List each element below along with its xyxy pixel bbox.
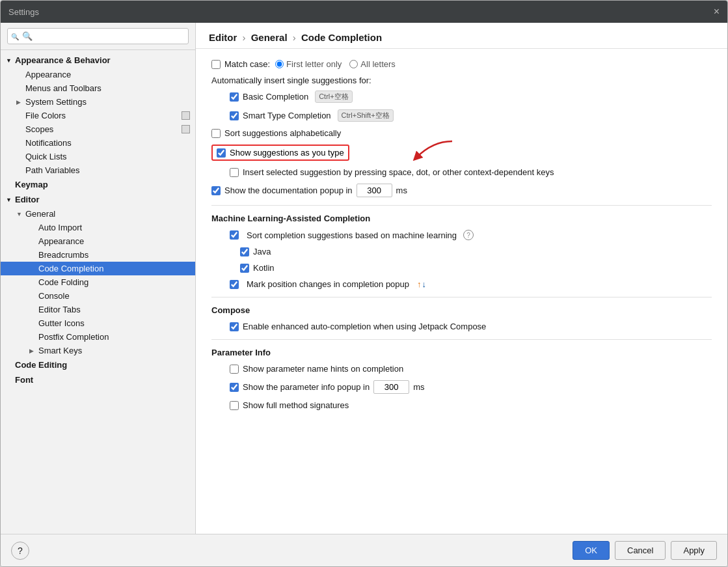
help-button[interactable]: ?	[11, 542, 29, 560]
sidebar-item-breadcrumbs[interactable]: Breadcrumbs	[1, 248, 195, 262]
match-case-checkbox[interactable]	[211, 60, 221, 69]
footer-buttons: OK Cancel Apply	[573, 541, 717, 560]
sort-alphabetically-label[interactable]: Sort suggestions alphabetically	[211, 128, 341, 138]
mark-position-row: Mark position changes in completion popu…	[211, 279, 712, 289]
dialog-footer: ? OK Cancel Apply	[1, 534, 727, 566]
sidebar-item-keymap[interactable]: Keymap	[1, 177, 195, 192]
sidebar-item-scopes[interactable]: Scopes	[1, 122, 195, 136]
sidebar-item-code-editing[interactable]: Code Editing	[1, 357, 195, 372]
sidebar-item-general[interactable]: ▼ General	[1, 207, 195, 221]
compose-section-title: Compose	[211, 305, 712, 315]
kotlin-checkbox[interactable]	[240, 264, 249, 273]
smart-type-completion-checkbox[interactable]	[230, 111, 239, 120]
search-input[interactable]	[7, 28, 189, 44]
copy-icon	[182, 111, 190, 120]
sidebar-item-gutter-icons[interactable]: Gutter Icons	[1, 316, 195, 330]
sidebar: ▼ Appearance & Behavior Appearance Menus…	[1, 23, 196, 534]
sidebar-item-editor-tabs[interactable]: Editor Tabs	[1, 303, 195, 316]
editor-expand-icon: ▼	[6, 197, 15, 203]
main-content: Editor › General › Code Completion Match…	[196, 23, 727, 534]
all-letters-radio[interactable]	[349, 60, 358, 68]
sidebar-item-code-completion[interactable]: Code Completion	[1, 262, 195, 275]
doc-popup-delay-input[interactable]	[357, 184, 392, 197]
content-header: Editor › General › Code Completion	[196, 23, 727, 49]
dialog-title: Settings	[8, 7, 39, 17]
sidebar-item-editor[interactable]: ▼ Editor	[1, 192, 195, 207]
java-label[interactable]: Java	[240, 247, 271, 256]
mark-position-label[interactable]: Mark position changes in completion popu…	[230, 279, 426, 289]
sidebar-item-quick-lists[interactable]: Quick Lists	[1, 150, 195, 163]
show-full-signatures-checkbox[interactable]	[230, 401, 239, 410]
basic-completion-label[interactable]: Basic Completion Ctrl+空格	[230, 90, 353, 103]
close-button[interactable]: ×	[714, 6, 720, 18]
sidebar-item-appearance[interactable]: Appearance	[1, 68, 195, 81]
kotlin-label[interactable]: Kotlin	[240, 263, 275, 273]
sort-ml-checkbox[interactable]	[230, 230, 239, 240]
match-case-row: Match case: First letter only All letter…	[211, 59, 712, 69]
expand-arrow-icon: ▼	[6, 57, 15, 64]
param-info-section-title: Parameter Info	[211, 348, 712, 357]
show-doc-popup-label[interactable]: Show the documentation popup in ms	[211, 184, 407, 197]
mark-position-checkbox[interactable]	[230, 280, 239, 289]
sidebar-item-font[interactable]: Font	[1, 372, 195, 387]
show-doc-popup-checkbox[interactable]	[211, 186, 221, 195]
basic-completion-row: Basic Completion Ctrl+空格	[211, 90, 712, 103]
sidebar-item-menus-toolbars[interactable]: Menus and Toolbars	[1, 81, 195, 95]
sidebar-item-notifications[interactable]: Notifications	[1, 136, 195, 150]
insert-selected-checkbox[interactable]	[230, 168, 239, 177]
search-box	[1, 23, 195, 50]
sidebar-section-label: Appearance & Behavior	[15, 55, 111, 65]
sidebar-item-general-appearance[interactable]: Appearance	[1, 234, 195, 248]
java-row: Java	[211, 247, 712, 256]
sidebar-item-code-folding[interactable]: Code Folding	[1, 275, 195, 289]
first-letter-radio[interactable]	[275, 60, 284, 68]
all-letters-radio-label[interactable]: All letters	[349, 59, 395, 69]
sidebar-item-auto-import[interactable]: Auto Import	[1, 221, 195, 234]
sidebar-item-appearance-behavior[interactable]: ▼ Appearance & Behavior	[1, 53, 195, 68]
param-name-hints-label[interactable]: Show parameter name hints on completion	[230, 364, 403, 374]
dialog-body: ▼ Appearance & Behavior Appearance Menus…	[1, 23, 727, 534]
insert-selected-label[interactable]: Insert selected suggestion by pressing s…	[230, 167, 554, 177]
jetpack-compose-checkbox[interactable]	[230, 322, 239, 331]
show-suggestions-checkbox[interactable]	[217, 148, 226, 158]
apply-button[interactable]: Apply	[671, 541, 717, 560]
insert-selected-row: Insert selected suggestion by pressing s…	[211, 167, 712, 177]
sidebar-item-smart-keys[interactable]: ▶ Smart Keys	[1, 344, 195, 357]
position-arrows: ↑ ↓	[417, 279, 426, 289]
expand-icon: ▶	[16, 99, 25, 105]
ml-section-title: Machine Learning-Assisted Completion	[211, 214, 712, 223]
sort-ml-label[interactable]: Sort completion suggestions based on mac…	[230, 230, 474, 240]
java-checkbox[interactable]	[240, 247, 249, 256]
smart-type-completion-label[interactable]: Smart Type Completion Ctrl+Shift+空格	[230, 109, 394, 122]
ok-button[interactable]: OK	[573, 541, 610, 560]
sidebar-item-system-settings[interactable]: ▶ System Settings	[1, 95, 195, 109]
sidebar-item-file-colors[interactable]: File Colors	[1, 109, 195, 122]
show-full-signatures-row: Show full method signatures	[211, 400, 712, 410]
basic-completion-checkbox[interactable]	[230, 92, 239, 102]
smart-type-completion-row: Smart Type Completion Ctrl+Shift+空格	[211, 109, 712, 122]
match-case-label[interactable]: Match case:	[211, 59, 270, 69]
sidebar-item-console[interactable]: Console	[1, 289, 195, 303]
sort-ml-row: Sort completion suggestions based on mac…	[211, 230, 712, 240]
sidebar-item-path-variables[interactable]: Path Variables	[1, 163, 195, 177]
param-info-popup-checkbox[interactable]	[230, 383, 239, 392]
param-info-popup-row: Show the parameter info popup in ms	[211, 380, 712, 394]
title-bar: Settings ×	[1, 1, 727, 23]
breadcrumb: Editor › General › Code Completion	[209, 32, 714, 43]
show-full-signatures-label[interactable]: Show full method signatures	[230, 400, 349, 410]
copy-icon-2	[182, 125, 190, 133]
sort-ml-help-icon[interactable]: ?	[463, 230, 474, 240]
cancel-button[interactable]: Cancel	[615, 541, 666, 560]
sort-alphabetically-checkbox[interactable]	[211, 129, 221, 138]
settings-tree: ▼ Appearance & Behavior Appearance Menus…	[1, 50, 195, 534]
param-info-delay-input[interactable]	[373, 380, 409, 394]
arrow-down-icon: ↓	[422, 279, 427, 289]
auto-insert-group-label: Automatically insert single suggestions …	[211, 76, 712, 85]
smart-type-shortcut: Ctrl+Shift+空格	[338, 109, 394, 122]
search-icon-wrap	[7, 28, 189, 44]
param-name-hints-checkbox[interactable]	[230, 365, 239, 374]
jetpack-compose-label[interactable]: Enable enhanced auto-completion when usi…	[230, 322, 486, 331]
first-letter-radio-label[interactable]: First letter only	[275, 59, 342, 69]
sidebar-item-postfix-completion[interactable]: Postfix Completion	[1, 330, 195, 344]
param-info-popup-label[interactable]: Show the parameter info popup in ms	[230, 380, 424, 394]
